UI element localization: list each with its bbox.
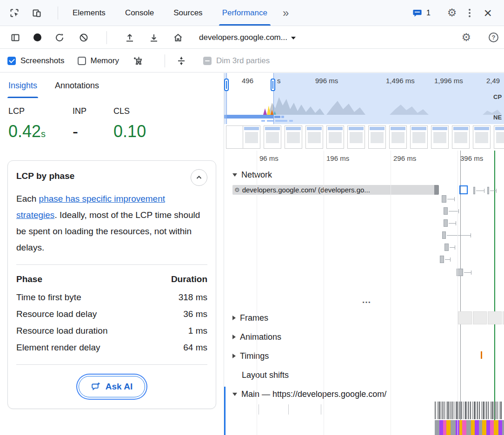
network-request-bar[interactable] (442, 195, 446, 203)
lcp-label: LCP (8, 106, 46, 116)
record-button[interactable] (33, 33, 41, 41)
flame-segment[interactable] (482, 420, 486, 435)
flame-segment[interactable] (498, 420, 502, 435)
network-request-bar[interactable] (444, 244, 449, 251)
track-main[interactable]: Main — https://developers.google.com/ (224, 387, 386, 402)
timing-marker[interactable] (481, 351, 482, 359)
screenshot-thumbnail[interactable] (410, 125, 428, 149)
flame-segment[interactable] (443, 420, 446, 435)
home-icon[interactable] (172, 32, 184, 44)
flame-segment[interactable] (451, 420, 456, 435)
inspect-element-icon[interactable] (8, 7, 20, 19)
cpu-lane-label: CP (493, 93, 502, 100)
load-profile-icon[interactable] (124, 32, 136, 44)
collapse-track-icon[interactable] (232, 393, 237, 396)
close-devtools-icon[interactable]: × (484, 6, 492, 20)
tab-performance[interactable]: Performance (212, 0, 277, 26)
screenshots-checkbox[interactable]: Screenshots (7, 56, 65, 66)
track-frames[interactable]: Frames (224, 310, 268, 325)
tab-sources[interactable]: Sources (164, 0, 212, 26)
collapse-card-button[interactable] (191, 169, 207, 186)
screenshot-thumbnail[interactable] (285, 125, 302, 149)
flame-segment[interactable] (486, 420, 490, 435)
track-animations[interactable]: Animations (224, 330, 281, 344)
frame-block[interactable] (473, 311, 487, 324)
flame-segment[interactable] (439, 420, 443, 435)
garbage-collect-icon[interactable] (132, 55, 144, 67)
flame-segment[interactable] (471, 420, 475, 435)
timeline-minimap[interactable]: 496 s 996 ms1,496 ms1,996 ms2,49 CP NE (224, 73, 504, 150)
screenshot-thumbnail[interactable] (368, 125, 386, 149)
network-request-bar[interactable] (444, 207, 448, 215)
tab-console[interactable]: Console (115, 0, 164, 26)
network-request-main[interactable]: ⚙ developers.google.com/ (developers.go.… (232, 185, 439, 195)
more-options-icon[interactable] (469, 9, 471, 17)
screenshot-thumbnail[interactable] (494, 125, 504, 149)
flame-segment[interactable] (475, 420, 479, 435)
minimap-left-handle[interactable] (224, 79, 229, 91)
track-timings[interactable]: Timings (224, 349, 269, 363)
js-sample-stripe (481, 402, 482, 419)
js-sample-stripe (491, 402, 493, 419)
flame-segment[interactable] (466, 420, 471, 435)
screenshot-thumbnail[interactable] (473, 125, 491, 149)
reload-record-icon[interactable] (53, 32, 66, 44)
device-toolbar-icon[interactable] (31, 7, 43, 19)
flame-segment[interactable] (479, 420, 482, 435)
collapse-track-icon[interactable] (232, 173, 237, 177)
toggle-sidebar-icon[interactable] (9, 32, 21, 44)
screenshot-thumbnail[interactable] (264, 125, 281, 149)
expand-track-icon[interactable] (232, 316, 236, 320)
screenshot-thumbnail[interactable] (243, 125, 260, 149)
flame-segment[interactable] (435, 420, 439, 435)
screenshot-thumbnail[interactable] (326, 125, 344, 149)
minimap-overview[interactable]: 496 s 996 ms1,496 ms1,996 ms2,49 CP NE (224, 73, 504, 124)
screenshot-thumbnail[interactable] (347, 125, 365, 149)
screenshot-thumbnail[interactable] (389, 125, 407, 149)
screenshot-thumbnail[interactable] (226, 125, 244, 149)
flame-segment[interactable] (446, 420, 451, 435)
tab-elements[interactable]: Elements (63, 0, 115, 26)
screenshot-thumbnail[interactable] (452, 125, 470, 149)
tab-annotations[interactable]: Annotations (55, 73, 99, 98)
flame-segment[interactable] (502, 420, 504, 435)
gridline (458, 151, 458, 435)
network-request-bar[interactable] (487, 187, 489, 194)
js-sample-stripe (483, 402, 484, 419)
flame-segment[interactable] (494, 420, 498, 435)
expand-track-icon[interactable] (232, 354, 236, 358)
metric-lcp[interactable]: LCP 0.42s (8, 106, 46, 141)
minimap-right-handle[interactable] (271, 79, 275, 91)
network-request-bar[interactable] (442, 231, 446, 239)
flame-segment[interactable] (462, 420, 466, 435)
selected-request-outline[interactable] (459, 185, 468, 194)
frame-block[interactable] (458, 311, 472, 324)
minimap-time-label: 996 ms (315, 77, 338, 85)
metric-inp[interactable]: INP - (73, 106, 86, 141)
console-messages-indicator[interactable]: 1 (411, 7, 431, 19)
capture-settings-gear-icon[interactable]: ⚙ (461, 32, 471, 43)
memory-checkbox[interactable]: Memory (78, 56, 119, 66)
clear-icon[interactable] (78, 32, 90, 44)
frame-block[interactable] (488, 311, 502, 324)
flame-segment[interactable] (490, 420, 494, 435)
metric-cls[interactable]: CLS 0.10 (113, 106, 146, 141)
screenshot-thumbnail[interactable] (431, 125, 449, 149)
help-icon[interactable]: ? (489, 33, 498, 42)
network-request-bar[interactable] (473, 187, 475, 194)
network-overflow-indicator[interactable]: … (362, 295, 372, 305)
track-network[interactable]: Network (224, 167, 272, 182)
tab-insights[interactable]: Insights (8, 73, 37, 98)
more-tabs-icon[interactable]: » (277, 7, 294, 20)
save-profile-icon[interactable] (148, 32, 160, 44)
network-request-bar[interactable] (440, 256, 444, 263)
collapse-sections-icon[interactable] (175, 55, 187, 67)
settings-gear-icon[interactable]: ⚙ (447, 7, 457, 18)
ask-ai-button[interactable]: Ask AI (79, 376, 145, 397)
expand-track-icon[interactable] (232, 335, 236, 339)
network-request-bar[interactable] (444, 219, 448, 227)
sidebar-tabs: Insights Annotations (0, 73, 224, 98)
dim-3rd-parties-checkbox[interactable]: Dim 3rd parties (203, 56, 270, 66)
screenshot-thumbnail[interactable] (305, 125, 323, 149)
target-selector[interactable]: developers.google.com... (196, 31, 298, 44)
